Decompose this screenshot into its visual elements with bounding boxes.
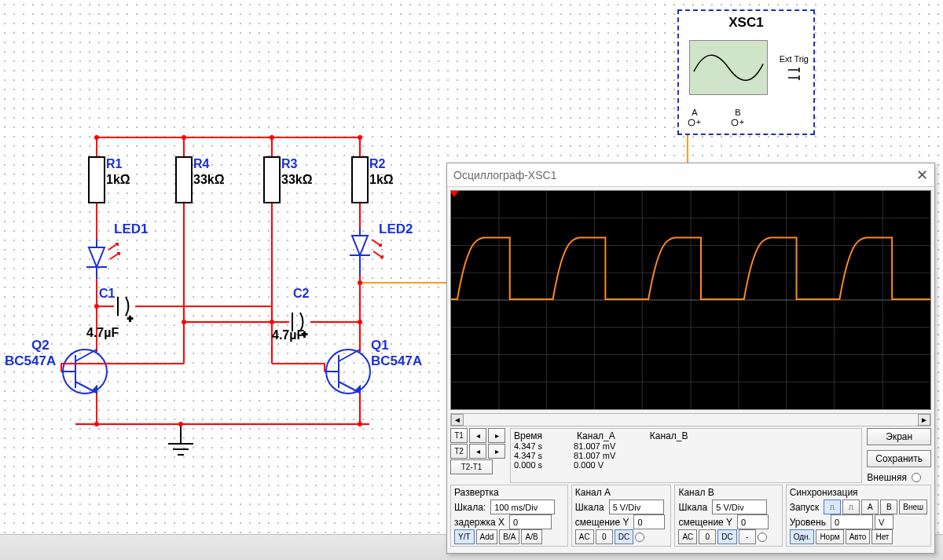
- svg-rect-14: [264, 157, 280, 203]
- xsc-name: XSC1: [679, 15, 813, 31]
- trg-title: Синхронизация: [790, 487, 927, 498]
- oscilloscope-instrument[interactable]: XSC1 Ext Trig A + B +: [677, 9, 815, 135]
- trg-single-button[interactable]: Одн.: [790, 529, 815, 544]
- trg-a-button[interactable]: A: [861, 500, 879, 514]
- ref-C1[interactable]: C1: [99, 287, 115, 301]
- t2-right-btn[interactable]: ▸: [488, 444, 505, 459]
- tb-scale-field[interactable]: 100 ms/Div: [490, 500, 555, 514]
- svg-point-8: [358, 280, 362, 285]
- trg-ext-button[interactable]: Внеш: [899, 500, 927, 514]
- svg-marker-22: [352, 236, 368, 255]
- cursor-T1-label: T1: [450, 428, 468, 443]
- hdr-cb: Канал_B: [650, 430, 692, 441]
- ref-Q1[interactable]: Q1: [371, 338, 389, 353]
- chb-0-button[interactable]: 0: [699, 529, 716, 544]
- ref-Q2[interactable]: Q2: [31, 338, 50, 353]
- trg-auto-button[interactable]: Авто: [846, 529, 871, 544]
- trg-level-label: Уровень: [790, 517, 829, 528]
- svg-point-11: [178, 422, 183, 426]
- hdr-time: Время: [514, 430, 545, 441]
- yt-button[interactable]: Y/T: [454, 529, 475, 544]
- ref-LED1[interactable]: LED1: [114, 221, 148, 237]
- svg-rect-12: [89, 157, 105, 203]
- dlg-titlebar[interactable]: Осциллограф-XSC1 ✕: [447, 163, 934, 187]
- ba-button[interactable]: B/A: [499, 529, 519, 544]
- svg-line-27: [75, 350, 97, 361]
- port-b-icon: +: [730, 117, 746, 128]
- val-R2: 1kΩ: [369, 173, 394, 187]
- svg-point-43: [688, 119, 695, 126]
- ref-R3[interactable]: R3: [281, 157, 297, 171]
- scope-display[interactable]: [450, 190, 931, 410]
- svg-point-2: [270, 135, 274, 140]
- oscilloscope-window[interactable]: Осциллограф-XSC1 ✕ ◄ ►: [446, 163, 935, 554]
- save-button[interactable]: Сохранить: [867, 450, 931, 467]
- cha-dc-button[interactable]: DC: [615, 529, 633, 544]
- external-radio[interactable]: [912, 473, 921, 482]
- chb-title: Канал B: [678, 487, 778, 498]
- svg-point-9: [94, 422, 99, 426]
- rising-edge-icon[interactable]: ⎍: [824, 500, 841, 514]
- trg-normal-button[interactable]: Норм: [816, 529, 843, 544]
- val-R4: 33kΩ: [193, 173, 225, 187]
- svg-point-10: [358, 422, 362, 426]
- ref-LED2[interactable]: LED2: [379, 221, 413, 237]
- dlg-title-text: Осциллограф-XSC1: [453, 169, 556, 181]
- cha-probe-radio[interactable]: [635, 533, 644, 542]
- val-C2: 4.7µF: [272, 328, 304, 342]
- svg-point-1: [182, 135, 186, 140]
- svg-text:+: +: [696, 118, 701, 126]
- close-icon[interactable]: ✕: [916, 167, 928, 184]
- chb-scale-field[interactable]: 5 V/Div: [712, 500, 767, 514]
- trg-none-button[interactable]: Нет: [871, 529, 893, 544]
- chb-yoff-field[interactable]: 0: [737, 514, 769, 529]
- t2-time: 4.347 s: [514, 451, 542, 460]
- svg-point-6: [270, 320, 274, 324]
- ref-C2[interactable]: C2: [293, 287, 309, 301]
- svg-point-5: [182, 320, 186, 324]
- t1-time: 4.347 s: [514, 441, 542, 451]
- chb-minus-button[interactable]: -: [739, 529, 756, 544]
- svg-point-3: [358, 135, 362, 140]
- add-button[interactable]: Add: [476, 529, 498, 544]
- t2-left-btn[interactable]: ◂: [469, 444, 486, 459]
- xsc-ext-trig: Ext Trig: [780, 54, 809, 64]
- hdr-ca: Канал_A: [577, 430, 618, 441]
- xsc-mini-screen: [689, 40, 768, 95]
- chb-scale-label: Шкала: [678, 502, 710, 513]
- svg-text:+: +: [127, 313, 133, 324]
- ref-R1[interactable]: R1: [106, 157, 122, 171]
- tdt-time: 0.000 s: [514, 460, 542, 470]
- chb-ac-button[interactable]: AC: [678, 529, 697, 544]
- screen-button[interactable]: Экран: [867, 428, 931, 445]
- falling-edge-icon[interactable]: ⎍: [842, 500, 860, 514]
- trg-level-field[interactable]: 0: [831, 514, 873, 529]
- trg-level-unit[interactable]: V: [875, 514, 893, 529]
- scroll-left-icon[interactable]: ◄: [451, 414, 464, 426]
- scope-hscroll[interactable]: ◄ ►: [450, 413, 931, 426]
- cha-ac-button[interactable]: AC: [575, 529, 594, 544]
- chb-dc-button[interactable]: DC: [717, 529, 736, 544]
- port-a-icon: +: [687, 117, 703, 128]
- t1-left-btn[interactable]: ◂: [469, 428, 486, 443]
- svg-point-45: [732, 119, 738, 126]
- svg-marker-20: [89, 247, 105, 267]
- t1-right-btn[interactable]: ▸: [488, 428, 505, 443]
- scroll-right-icon[interactable]: ►: [918, 414, 930, 426]
- cha-0-button[interactable]: 0: [596, 529, 613, 544]
- cursor-TdT-label: T2-T1: [450, 459, 493, 474]
- ref-R2[interactable]: R2: [369, 157, 385, 171]
- svg-point-4: [94, 304, 99, 309]
- tb-xdelay-label: задержка X: [454, 517, 508, 528]
- chb-probe-radio[interactable]: [758, 533, 767, 542]
- ref-R4[interactable]: R4: [193, 157, 209, 171]
- ab-button[interactable]: A/B: [521, 529, 541, 544]
- cursor-marker-icon[interactable]: [450, 191, 459, 197]
- svg-rect-13: [176, 157, 192, 203]
- model-Q2: BC547A: [5, 353, 56, 369]
- trg-b-button[interactable]: B: [880, 500, 897, 514]
- cha-scale-field[interactable]: 5 V/Div: [609, 500, 664, 514]
- t2-ca: 81.007 mV: [574, 451, 615, 460]
- tb-xdelay-field[interactable]: 0: [509, 514, 552, 529]
- cha-yoff-field[interactable]: 0: [633, 514, 665, 529]
